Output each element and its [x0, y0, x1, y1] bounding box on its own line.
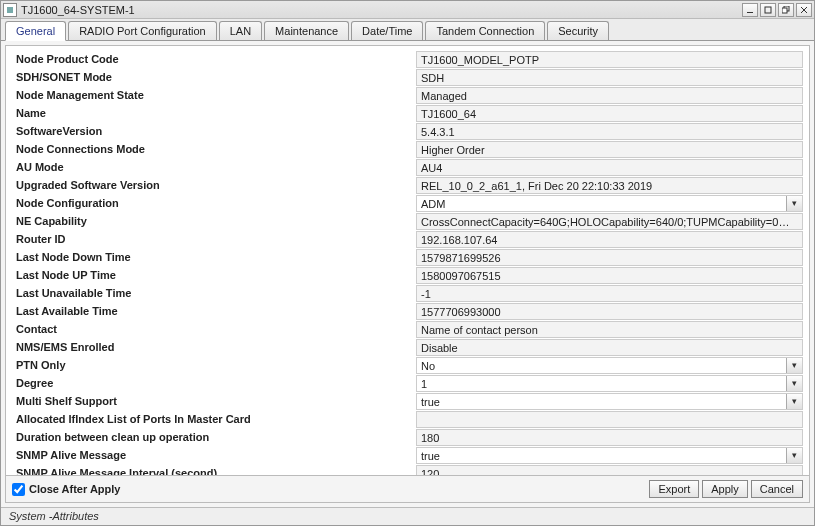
attribute-row: Node Connections ModeHigher Order: [16, 140, 803, 158]
attribute-label: SDH/SONET Mode: [16, 71, 416, 83]
attribute-value[interactable]: REL_10_0_2_a61_1, Fri Dec 20 22:10:33 20…: [416, 177, 803, 194]
restore-button[interactable]: [778, 3, 794, 17]
attribute-value[interactable]: 1577706993000: [416, 303, 803, 320]
attribute-label: Last Node UP Time: [16, 269, 416, 281]
attribute-row: NameTJ1600_64: [16, 104, 803, 122]
attribute-value[interactable]: 5.4.3.1: [416, 123, 803, 140]
attribute-row: Duration between clean up operation180: [16, 428, 803, 446]
attributes-list[interactable]: Node Product CodeTJ1600_MODEL_POTPSDH/SO…: [6, 46, 809, 475]
tab-tandem-connection[interactable]: Tandem Connection: [425, 21, 545, 40]
attribute-label: Degree: [16, 377, 416, 389]
attribute-row: Multi Shelf Supporttrue: [16, 392, 803, 410]
attribute-label: Last Available Time: [16, 305, 416, 317]
attribute-row: Node Product CodeTJ1600_MODEL_POTP: [16, 50, 803, 68]
attribute-value[interactable]: 1579871699526: [416, 249, 803, 266]
attribute-row: SDH/SONET ModeSDH: [16, 68, 803, 86]
attribute-label: Last Node Down Time: [16, 251, 416, 263]
attribute-value[interactable]: TJ1600_64: [416, 105, 803, 122]
attribute-label: AU Mode: [16, 161, 416, 173]
attribute-label: Upgraded Software Version: [16, 179, 416, 191]
attribute-select[interactable]: ADM: [416, 195, 803, 212]
attribute-value[interactable]: Managed: [416, 87, 803, 104]
attribute-row: SoftwareVersion5.4.3.1: [16, 122, 803, 140]
attribute-row: Router ID192.168.107.64: [16, 230, 803, 248]
svg-rect-3: [782, 8, 787, 13]
attribute-label: Node Product Code: [16, 53, 416, 65]
attribute-row: Upgraded Software VersionREL_10_0_2_a61_…: [16, 176, 803, 194]
svg-rect-1: [765, 7, 771, 13]
attribute-label: Node Configuration: [16, 197, 416, 209]
attribute-label: Contact: [16, 323, 416, 335]
attribute-row: ContactName of contact person: [16, 320, 803, 338]
attribute-row: Last Available Time1577706993000: [16, 302, 803, 320]
attribute-row: NMS/EMS EnrolledDisable: [16, 338, 803, 356]
attribute-value[interactable]: SDH: [416, 69, 803, 86]
attribute-label: Multi Shelf Support: [16, 395, 416, 407]
attribute-value[interactable]: TJ1600_MODEL_POTP: [416, 51, 803, 68]
attribute-label: NMS/EMS Enrolled: [16, 341, 416, 353]
attribute-row: Last Node Down Time1579871699526: [16, 248, 803, 266]
tab-security[interactable]: Security: [547, 21, 609, 40]
attribute-row: Node Management StateManaged: [16, 86, 803, 104]
attribute-row: Last Node UP Time1580097067515: [16, 266, 803, 284]
attribute-row: Node ConfigurationADM: [16, 194, 803, 212]
attribute-label: Name: [16, 107, 416, 119]
export-button[interactable]: Export: [649, 480, 699, 498]
attribute-row: AU ModeAU4: [16, 158, 803, 176]
attribute-select[interactable]: true: [416, 393, 803, 410]
attribute-label: Last Unavailable Time: [16, 287, 416, 299]
attribute-row: NE CapabilityCrossConnectCapacity=640G;H…: [16, 212, 803, 230]
attribute-value[interactable]: [416, 411, 803, 428]
tab-general[interactable]: General: [5, 21, 66, 41]
attribute-value[interactable]: Higher Order: [416, 141, 803, 158]
attribute-value[interactable]: 180: [416, 429, 803, 446]
attribute-label: Node Management State: [16, 89, 416, 101]
attribute-label: SNMP Alive Message: [16, 449, 416, 461]
attribute-row: SNMP Alive Message Interval (second)120: [16, 464, 803, 475]
attribute-value[interactable]: 1580097067515: [416, 267, 803, 284]
attribute-value[interactable]: -1: [416, 285, 803, 302]
attribute-label: Duration between clean up operation: [16, 431, 416, 443]
content-panel: Node Product CodeTJ1600_MODEL_POTPSDH/SO…: [5, 45, 810, 503]
minimize-button[interactable]: [742, 3, 758, 17]
tab-date-time[interactable]: Date/Time: [351, 21, 423, 40]
window: TJ1600_64-SYSTEM-1 GeneralRADIO Port Con…: [0, 0, 815, 526]
attribute-label: Router ID: [16, 233, 416, 245]
close-after-apply-label: Close After Apply: [29, 483, 120, 495]
window-title: TJ1600_64-SYSTEM-1: [21, 4, 740, 16]
attribute-label: NE Capability: [16, 215, 416, 227]
attribute-value[interactable]: AU4: [416, 159, 803, 176]
tab-maintenance[interactable]: Maintenance: [264, 21, 349, 40]
tab-bar: GeneralRADIO Port ConfigurationLANMainte…: [1, 19, 814, 41]
attribute-value[interactable]: CrossConnectCapacity=640G;HOLOCapability…: [416, 213, 803, 230]
attribute-label: PTN Only: [16, 359, 416, 371]
maximize-button[interactable]: [760, 3, 776, 17]
tab-radio-port-configuration[interactable]: RADIO Port Configuration: [68, 21, 217, 40]
window-icon: [3, 3, 17, 17]
close-after-apply-input[interactable]: [12, 483, 25, 496]
attribute-value[interactable]: Disable: [416, 339, 803, 356]
attribute-value[interactable]: 120: [416, 465, 803, 476]
tab-lan[interactable]: LAN: [219, 21, 262, 40]
footer: Close After Apply Export Apply Cancel: [6, 475, 809, 502]
close-button[interactable]: [796, 3, 812, 17]
attribute-row: SNMP Alive Messagetrue: [16, 446, 803, 464]
titlebar: TJ1600_64-SYSTEM-1: [1, 1, 814, 19]
attribute-row: Degree1: [16, 374, 803, 392]
attribute-value[interactable]: 192.168.107.64: [416, 231, 803, 248]
cancel-button[interactable]: Cancel: [751, 480, 803, 498]
attribute-select[interactable]: 1: [416, 375, 803, 392]
attribute-label: SNMP Alive Message Interval (second): [16, 467, 416, 475]
apply-button[interactable]: Apply: [702, 480, 748, 498]
close-after-apply-checkbox[interactable]: Close After Apply: [12, 483, 646, 496]
attribute-row: Last Unavailable Time-1: [16, 284, 803, 302]
attribute-label: SoftwareVersion: [16, 125, 416, 137]
attribute-select[interactable]: No: [416, 357, 803, 374]
attribute-label: Allocated IfIndex List of Ports In Maste…: [16, 413, 416, 425]
attribute-select[interactable]: true: [416, 447, 803, 464]
attribute-label: Node Connections Mode: [16, 143, 416, 155]
attribute-value[interactable]: Name of contact person: [416, 321, 803, 338]
attribute-row: Allocated IfIndex List of Ports In Maste…: [16, 410, 803, 428]
svg-rect-0: [747, 12, 753, 13]
status-bar: System -Attributes: [1, 507, 814, 525]
